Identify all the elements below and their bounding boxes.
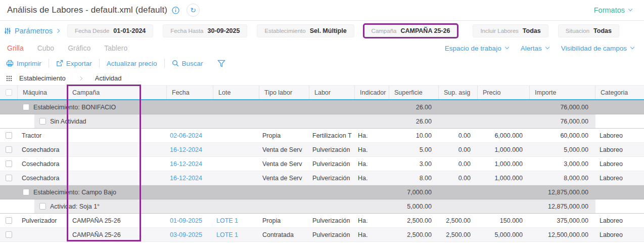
- labor-row[interactable]: Cosechadora16-12-2024Venta de ServPulver…: [0, 171, 644, 185]
- param-chip-campana-highlighted[interactable]: CampañaCAMPAÑA 25-26: [364, 24, 458, 37]
- refresh-button[interactable]: ↻: [187, 4, 200, 17]
- row-checkbox[interactable]: [6, 231, 12, 238]
- param-chip-fecha-desde[interactable]: Fecha Desde01-01-2024: [67, 24, 153, 37]
- cell-value: Venta de Serv: [262, 175, 302, 182]
- col-header-fecha[interactable]: Fecha: [167, 86, 213, 99]
- fecha-link[interactable]: 16-12-2024: [167, 157, 213, 171]
- cell-value: Venta de Serv: [262, 146, 302, 153]
- param-chip-fecha-hasta[interactable]: Fecha Hasta30-09-2025: [163, 24, 247, 37]
- menu-alertas[interactable]: Alertas: [521, 45, 549, 52]
- tab-cubo[interactable]: Cubo: [37, 44, 54, 52]
- cell-value: 1,000.000: [494, 146, 523, 153]
- select-all-checkbox[interactable]: [6, 89, 12, 96]
- col-header-sup_asig[interactable]: Sup. asig: [439, 86, 478, 99]
- cell-value: 5,000.000: [494, 231, 523, 238]
- cell-value: Cosechadora: [22, 160, 59, 168]
- cell-tipo_labor: Contratada: [259, 228, 309, 241]
- cell-value: 16-12-2024: [170, 146, 202, 153]
- row-checkbox[interactable]: [6, 160, 12, 167]
- param-chip-establecimiento[interactable]: EstablecimientoSel. Múltiple: [257, 24, 354, 37]
- labor-row[interactable]: PulverizadorCAMPAÑA 25-2601-09-2025LOTE …: [0, 214, 644, 228]
- fecha-link[interactable]: 02-06-2024: [167, 129, 213, 142]
- group-row-actividad[interactable]: Actividad: Soja 1°5,000.0012,875,000.00: [0, 199, 644, 214]
- cell-value: Laboreo: [600, 132, 623, 139]
- filter-button[interactable]: [217, 60, 225, 67]
- cell-value: Laboreo: [600, 175, 623, 182]
- group-checkbox[interactable]: [39, 118, 46, 125]
- formats-menu[interactable]: Formatos: [594, 6, 632, 14]
- cell-categoria: Laboreo: [595, 228, 644, 241]
- labor-row[interactable]: Cosechadora16-12-2024Venta de ServPulver…: [0, 157, 644, 171]
- group-row-establecimiento[interactable]: Establecimiento: BONIFACIO26.0076,000.00: [0, 100, 644, 114]
- imprimir-button[interactable]: Imprimir: [6, 60, 41, 67]
- group-label-area: Sin Actividad: [0, 118, 389, 125]
- fecha-link[interactable]: 01-09-2025: [167, 214, 213, 227]
- col-header-campana[interactable]: Campaña: [67, 86, 167, 99]
- col-header-superficie[interactable]: Superficie: [389, 86, 439, 99]
- cell-value: CAMPAÑA 25-26: [72, 217, 121, 224]
- group-row-actividad[interactable]: Sin Actividad26.0076,000.00: [0, 114, 644, 129]
- buscar-button[interactable]: Buscar: [172, 60, 203, 67]
- fecha-link[interactable]: 03-09-2025: [167, 228, 213, 241]
- group-checkbox[interactable]: [23, 104, 29, 110]
- group-checkbox[interactable]: [39, 203, 46, 210]
- col-header-importe[interactable]: Importe: [530, 86, 595, 99]
- info-circle-icon[interactable]: [172, 7, 179, 14]
- toolbar-divider: [49, 59, 49, 68]
- col-header-label: Indicador: [360, 89, 386, 96]
- col-header-indicador[interactable]: Indicador: [355, 86, 389, 99]
- cell-lote: [213, 143, 259, 156]
- param-chip-situacion[interactable]: SituacionTodas: [558, 24, 619, 37]
- tab-grafico[interactable]: Gráfico: [68, 44, 90, 52]
- col-header-label: Superficie: [394, 89, 423, 96]
- group-by-establecimiento[interactable]: Establecimiento: [19, 74, 66, 82]
- group-row-establecimiento[interactable]: Establecimiento: Campo Bajo7,000.0012,87…: [0, 185, 644, 199]
- lote-link[interactable]: LOTE 1: [213, 214, 259, 227]
- cell-sup_asig: 0.00: [439, 143, 478, 156]
- col-header-labor[interactable]: Labor: [309, 86, 355, 99]
- exportar-button[interactable]: Exportar: [56, 60, 92, 67]
- cell-indicador: Ha.: [355, 214, 389, 227]
- tab-tablero[interactable]: Tablero: [104, 44, 127, 52]
- select-all-header-cell[interactable]: [0, 86, 18, 99]
- param-value: Todas: [593, 27, 612, 34]
- menu-visibilidad-de-campos[interactable]: Visibilidad de campos: [561, 45, 634, 52]
- cell-precio: 1,000.000: [478, 171, 530, 185]
- group-checkbox[interactable]: [23, 189, 29, 195]
- row-checkbox[interactable]: [6, 217, 12, 224]
- col-header-tipo_labor[interactable]: Tipo labor: [259, 86, 309, 99]
- labor-row[interactable]: CAMPAÑA 25-2603-09-2025LOTE 1ContratadaP…: [0, 228, 644, 242]
- cell-value: Pulverización: [312, 217, 350, 224]
- fecha-link[interactable]: 16-12-2024: [167, 171, 213, 185]
- col-header-categoria[interactable]: Categoria: [595, 86, 644, 99]
- parameters-toggle[interactable]: Parámetros: [4, 27, 59, 35]
- group-by-actividad[interactable]: Actividad: [95, 74, 122, 82]
- col-header-precio[interactable]: Precio: [478, 86, 530, 99]
- fecha-link[interactable]: 16-12-2024: [167, 143, 213, 156]
- cell-value: 150.000: [500, 217, 523, 224]
- row-checkbox[interactable]: [6, 175, 12, 181]
- actualizar-precio-button[interactable]: Actualizar precio: [107, 60, 157, 67]
- cell-campana: [67, 171, 167, 185]
- col-header-label: Máquina: [23, 89, 47, 96]
- labor-row[interactable]: Tractor02-06-2024PropiaFertilizacion THa…: [0, 129, 644, 143]
- cell-precio: [478, 114, 530, 128]
- col-header-lote[interactable]: Lote: [213, 86, 259, 99]
- param-chip-incluir-labores[interactable]: Incluir LaboresTodas: [473, 24, 548, 37]
- cell-labor: Pulverización: [309, 171, 355, 185]
- tab-grilla[interactable]: Grilla: [7, 44, 24, 52]
- labor-row[interactable]: Cosechadora16-12-2024Venta de ServPulver…: [0, 143, 644, 157]
- menu-espacio-de-trabajo[interactable]: Espacio de trabajo: [445, 45, 509, 52]
- labors-grid: MáquinaCampañaFechaLoteTipo laborLaborIn…: [0, 85, 644, 242]
- param-label: Fecha Desde: [75, 28, 109, 34]
- toolbar-button-label: Buscar: [182, 60, 203, 67]
- row-checkbox[interactable]: [6, 146, 12, 153]
- group-label-area: Establecimiento: Campo Bajo: [0, 189, 389, 196]
- cell-importe: 12,875,000.00: [530, 199, 595, 213]
- grid-dots-icon[interactable]: [6, 75, 12, 82]
- param-label: Incluir Labores: [480, 28, 518, 34]
- lote-link[interactable]: LOTE 1: [213, 228, 259, 241]
- row-checkbox[interactable]: [6, 132, 12, 139]
- col-header-maquina[interactable]: Máquina: [18, 86, 67, 99]
- group-row-content: Actividad: Soja 1°5,000.0012,875,000.00: [0, 199, 644, 213]
